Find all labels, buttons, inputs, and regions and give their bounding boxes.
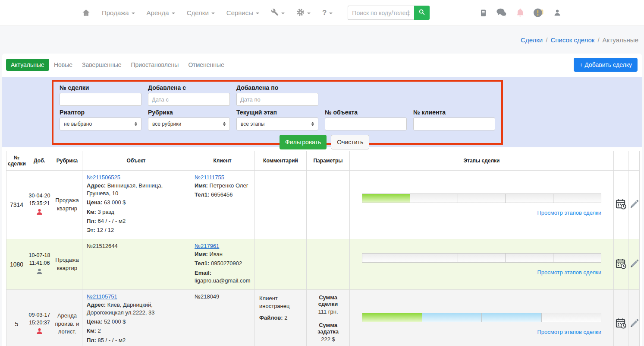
detail-field: Адрес: Киев, Дарницкий, Дорогожицкая ул.… — [87, 301, 185, 317]
calendar-clock-icon[interactable] — [615, 258, 627, 270]
filter-added-to: Добавлена по — [236, 84, 318, 106]
stage-progressbar — [362, 253, 601, 263]
nav-menu-rent[interactable]: Аренда — [147, 9, 175, 16]
question-mark-icon: ? — [322, 9, 327, 17]
filter-label: № клиента — [413, 109, 495, 116]
stage-select[interactable]: все этапы — [236, 117, 318, 130]
header-stages: Этапы сделки — [350, 151, 614, 171]
added-date: 30-04-20 — [27, 192, 52, 200]
deal-params — [307, 239, 350, 290]
filter-button[interactable]: Фильтровать — [280, 135, 327, 149]
clear-button[interactable]: Очистить — [331, 135, 369, 149]
client-link[interactable]: №21111755 — [195, 174, 224, 181]
date-to-input[interactable] — [236, 93, 318, 106]
added-time: 15:35:21 — [27, 200, 52, 207]
bell-icon[interactable] — [516, 8, 525, 18]
edit-pencil-icon[interactable] — [629, 318, 639, 328]
deal-object: №21512644 — [82, 239, 190, 290]
nav-menu-settings[interactable] — [296, 8, 311, 18]
filter-label: Рубрика — [148, 109, 230, 116]
detail-field: Email: ligapro.ua@gmail.com — [195, 269, 250, 285]
view-stages-link[interactable]: Просмотр этапов сделки — [537, 269, 601, 276]
detail-field: Тел1: 6656456 — [195, 191, 250, 199]
nav-menu-services[interactable]: Сервисы — [226, 9, 259, 16]
nav-main-group: Продажа Аренда Сделки Сервисы — [82, 6, 430, 20]
deal-object: №211506525Адрес: Винницкая, Винница, Гру… — [82, 171, 190, 239]
tabs-row: Актуальные Новые Завершенные Приостановл… — [2, 54, 642, 76]
deal-row: 1080 10-07-18 11:41:06 Продажа квартир №… — [6, 239, 640, 290]
nav-menu-sales[interactable]: Продажа — [102, 9, 135, 16]
person-icon — [27, 268, 52, 277]
profile-icon[interactable] — [553, 9, 561, 17]
breadcrumb-link-deals-list[interactable]: Список сделок — [550, 36, 594, 44]
detail-field: Имя: Иван — [195, 251, 250, 258]
deal-rubric: Продажа квартир — [52, 239, 82, 290]
nav-menu-label: Аренда — [147, 9, 169, 16]
nav-menu-help[interactable]: ? — [322, 9, 333, 17]
rubric-select[interactable]: все рубрики — [148, 117, 230, 130]
gear-icon — [296, 8, 305, 18]
date-from-input[interactable] — [148, 93, 230, 106]
filter-client-number: № клиента — [413, 109, 495, 130]
filter-row-2: Риэлтор не выбрано Рубрика все рубрики Т… — [60, 109, 495, 130]
detail-field: Пл: 85 / - / - м2 — [87, 336, 185, 344]
chats-icon[interactable] — [496, 8, 507, 17]
stage-segment-empty — [553, 253, 601, 263]
breadcrumb-link-deals[interactable]: Сделки — [521, 36, 543, 44]
edit-pencil-icon[interactable] — [629, 259, 639, 269]
search-button[interactable] — [414, 6, 430, 20]
object-link[interactable]: №21105751 — [87, 293, 117, 300]
deal-object: №21105751Адрес: Киев, Дарницкий, Дорогож… — [82, 289, 190, 346]
filter-added-from: Добавлена с — [148, 84, 230, 106]
deal-number-input[interactable] — [60, 93, 141, 106]
chevron-down-icon — [211, 13, 215, 14]
docs-icon[interactable] — [479, 9, 487, 17]
filter-label: Текущий этап — [236, 109, 318, 116]
tab-cancelled[interactable]: Отмененные — [183, 59, 229, 71]
realtor-select[interactable]: не выбрано — [60, 117, 141, 130]
calendar-clock-icon[interactable] — [615, 198, 627, 210]
home-icon[interactable] — [82, 9, 90, 17]
breadcrumb-separator: / — [597, 36, 599, 44]
object-number: №21512644 — [87, 243, 118, 249]
tab-actual[interactable]: Актуальные — [6, 59, 49, 71]
object-number-input[interactable] — [325, 117, 407, 130]
tab-new[interactable]: Новые — [49, 59, 77, 71]
deal-calendar-cell — [614, 289, 628, 346]
nav-menu-deals[interactable]: Сделки — [187, 9, 215, 16]
header-object: Объект — [82, 151, 190, 171]
deal-id: 7314 — [6, 171, 27, 239]
deal-params: Сумма сделки111 грн.Сумма задатка222 $ — [307, 289, 350, 346]
search-input[interactable] — [348, 6, 414, 20]
add-deal-button[interactable]: + Добавить сделку — [574, 58, 638, 72]
deal-rubric: Аренда произв. и логист. — [52, 289, 82, 346]
deal-added: 30-04-20 15:35:21 — [27, 171, 52, 239]
chevron-down-icon — [307, 13, 311, 14]
stage-segment-done — [362, 313, 422, 322]
client-number-input[interactable] — [413, 117, 495, 130]
filter-label: Добавлена с — [148, 84, 230, 91]
filter-label: Риэлтор — [60, 109, 141, 116]
tab-suspended[interactable]: Приостановлены — [126, 59, 184, 71]
deal-calendar-cell — [614, 171, 628, 239]
view-stages-link[interactable]: Просмотр этапов сделки — [537, 329, 601, 335]
alert-icon[interactable] — [533, 7, 545, 18]
object-link[interactable]: №211506525 — [87, 174, 120, 181]
wrench-icon — [271, 8, 279, 17]
deal-edit-cell — [628, 171, 640, 239]
filter-deal-number: № сделки — [60, 84, 141, 106]
stage-progressbar — [362, 194, 601, 203]
client-link[interactable]: №217961 — [195, 243, 219, 249]
deal-client: №217961Имя: ИванТел1: 0950270902Email: l… — [190, 239, 255, 290]
search-box — [348, 6, 430, 20]
nav-menu-tools[interactable] — [271, 8, 285, 17]
filter-buttons: Фильтровать Очистить — [280, 135, 495, 149]
edit-pencil-icon[interactable] — [629, 199, 639, 209]
tab-completed[interactable]: Завершенные — [77, 59, 126, 71]
detail-text: Клиент иностранец — [259, 295, 302, 310]
stage-segment-active — [481, 313, 542, 322]
calendar-clock-icon[interactable] — [615, 317, 627, 329]
stage-progressbar — [362, 313, 601, 322]
filter-highlight-box: № сделки Добавлена с Добавлена по Риэлто… — [52, 80, 503, 145]
view-stages-link[interactable]: Просмотр этапов сделки — [537, 210, 601, 216]
